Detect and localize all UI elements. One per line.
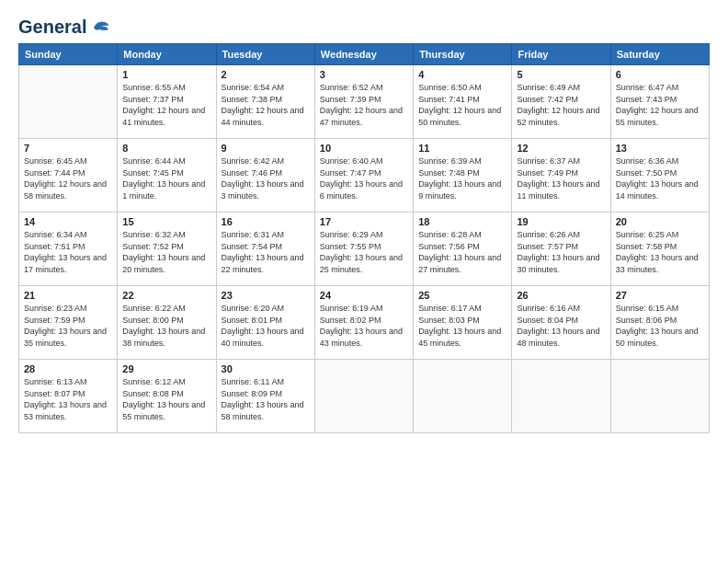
day-number: 15 <box>122 216 210 227</box>
day-info: Sunrise: 6:29 AMSunset: 7:55 PMDaylight:… <box>320 229 408 275</box>
calendar-cell: 19Sunrise: 6:26 AMSunset: 7:57 PMDayligh… <box>512 213 610 286</box>
day-number: 3 <box>320 69 408 80</box>
day-number: 30 <box>222 363 310 374</box>
calendar-cell: 1Sunrise: 6:55 AMSunset: 7:37 PMDaylight… <box>118 65 216 139</box>
day-number: 25 <box>418 290 506 301</box>
header: General <box>18 17 710 34</box>
calendar-week-row: 21Sunrise: 6:23 AMSunset: 7:59 PMDayligh… <box>19 286 710 360</box>
day-number: 23 <box>222 290 310 301</box>
calendar-cell: 3Sunrise: 6:52 AMSunset: 7:39 PMDaylight… <box>314 65 413 139</box>
day-info: Sunrise: 6:16 AMSunset: 8:04 PMDaylight:… <box>517 303 605 349</box>
day-number: 28 <box>24 363 112 374</box>
calendar-cell: 4Sunrise: 6:50 AMSunset: 7:41 PMDaylight… <box>414 65 512 139</box>
calendar-cell: 23Sunrise: 6:20 AMSunset: 8:01 PMDayligh… <box>216 286 314 360</box>
calendar-cell: 20Sunrise: 6:25 AMSunset: 7:58 PMDayligh… <box>610 213 709 286</box>
day-number: 18 <box>418 216 506 227</box>
logo: General <box>18 17 110 34</box>
day-info: Sunrise: 6:40 AMSunset: 7:47 PMDaylight:… <box>320 155 408 201</box>
col-header-saturday: Saturday <box>610 44 709 65</box>
calendar-cell: 14Sunrise: 6:34 AMSunset: 7:51 PMDayligh… <box>19 213 118 286</box>
day-info: Sunrise: 6:31 AMSunset: 7:54 PMDaylight:… <box>222 229 310 275</box>
calendar-cell: 21Sunrise: 6:23 AMSunset: 7:59 PMDayligh… <box>19 286 118 360</box>
day-number: 2 <box>222 69 310 80</box>
day-number: 6 <box>616 69 704 80</box>
day-info: Sunrise: 6:12 AMSunset: 8:08 PMDaylight:… <box>122 376 210 422</box>
col-header-sunday: Sunday <box>19 44 118 65</box>
day-number: 20 <box>616 216 704 227</box>
calendar-cell: 22Sunrise: 6:22 AMSunset: 8:00 PMDayligh… <box>118 286 216 360</box>
day-info: Sunrise: 6:17 AMSunset: 8:03 PMDaylight:… <box>418 303 506 349</box>
day-info: Sunrise: 6:15 AMSunset: 8:06 PMDaylight:… <box>616 303 704 349</box>
day-number: 24 <box>320 290 408 301</box>
day-info: Sunrise: 6:11 AMSunset: 8:09 PMDaylight:… <box>222 376 310 422</box>
day-number: 17 <box>320 216 408 227</box>
day-info: Sunrise: 6:28 AMSunset: 7:56 PMDaylight:… <box>418 229 506 275</box>
day-info: Sunrise: 6:34 AMSunset: 7:51 PMDaylight:… <box>24 229 112 275</box>
day-number: 16 <box>222 216 310 227</box>
col-header-tuesday: Tuesday <box>216 44 314 65</box>
day-info: Sunrise: 6:55 AMSunset: 7:37 PMDaylight:… <box>122 82 210 128</box>
page: General SundayMondayTuesdayWednesdayThur… <box>0 0 728 563</box>
day-info: Sunrise: 6:26 AMSunset: 7:57 PMDaylight:… <box>517 229 605 275</box>
calendar-cell <box>610 360 709 433</box>
calendar-cell: 24Sunrise: 6:19 AMSunset: 8:02 PMDayligh… <box>314 286 413 360</box>
day-info: Sunrise: 6:19 AMSunset: 8:02 PMDaylight:… <box>320 303 408 349</box>
day-number: 11 <box>418 143 506 154</box>
day-info: Sunrise: 6:20 AMSunset: 8:01 PMDaylight:… <box>222 303 310 349</box>
calendar-cell: 30Sunrise: 6:11 AMSunset: 8:09 PMDayligh… <box>216 360 314 433</box>
day-info: Sunrise: 6:39 AMSunset: 7:48 PMDaylight:… <box>418 155 506 201</box>
calendar-cell: 29Sunrise: 6:12 AMSunset: 8:08 PMDayligh… <box>118 360 216 433</box>
col-header-friday: Friday <box>512 44 610 65</box>
day-number: 13 <box>616 143 704 154</box>
day-number: 9 <box>222 143 310 154</box>
calendar-cell: 8Sunrise: 6:44 AMSunset: 7:45 PMDaylight… <box>118 139 216 213</box>
calendar-week-row: 1Sunrise: 6:55 AMSunset: 7:37 PMDaylight… <box>19 65 710 139</box>
day-info: Sunrise: 6:54 AMSunset: 7:38 PMDaylight:… <box>222 82 310 128</box>
day-info: Sunrise: 6:36 AMSunset: 7:50 PMDaylight:… <box>616 155 704 201</box>
calendar-cell: 11Sunrise: 6:39 AMSunset: 7:48 PMDayligh… <box>414 139 512 213</box>
calendar-cell: 18Sunrise: 6:28 AMSunset: 7:56 PMDayligh… <box>414 213 512 286</box>
day-info: Sunrise: 6:25 AMSunset: 7:58 PMDaylight:… <box>616 229 704 275</box>
calendar-table: SundayMondayTuesdayWednesdayThursdayFrid… <box>18 43 710 433</box>
col-header-thursday: Thursday <box>414 44 512 65</box>
day-number: 4 <box>418 69 506 80</box>
calendar-cell: 7Sunrise: 6:45 AMSunset: 7:44 PMDaylight… <box>19 139 118 213</box>
calendar-cell: 16Sunrise: 6:31 AMSunset: 7:54 PMDayligh… <box>216 213 314 286</box>
day-info: Sunrise: 6:50 AMSunset: 7:41 PMDaylight:… <box>418 82 506 128</box>
logo-bird-icon <box>90 18 110 37</box>
col-header-monday: Monday <box>118 44 216 65</box>
day-number: 26 <box>517 290 605 301</box>
calendar-cell <box>19 65 118 139</box>
calendar-cell: 9Sunrise: 6:42 AMSunset: 7:46 PMDaylight… <box>216 139 314 213</box>
day-info: Sunrise: 6:52 AMSunset: 7:39 PMDaylight:… <box>320 82 408 128</box>
calendar-cell: 6Sunrise: 6:47 AMSunset: 7:43 PMDaylight… <box>610 65 709 139</box>
calendar-cell: 2Sunrise: 6:54 AMSunset: 7:38 PMDaylight… <box>216 65 314 139</box>
calendar-week-row: 14Sunrise: 6:34 AMSunset: 7:51 PMDayligh… <box>19 213 710 286</box>
day-info: Sunrise: 6:32 AMSunset: 7:52 PMDaylight:… <box>122 229 210 275</box>
day-number: 19 <box>517 216 605 227</box>
day-number: 29 <box>122 363 210 374</box>
calendar-cell: 28Sunrise: 6:13 AMSunset: 8:07 PMDayligh… <box>19 360 118 433</box>
day-info: Sunrise: 6:49 AMSunset: 7:42 PMDaylight:… <box>517 82 605 128</box>
calendar-cell: 10Sunrise: 6:40 AMSunset: 7:47 PMDayligh… <box>314 139 413 213</box>
day-number: 7 <box>24 143 112 154</box>
day-number: 22 <box>122 290 210 301</box>
calendar-cell: 12Sunrise: 6:37 AMSunset: 7:49 PMDayligh… <box>512 139 610 213</box>
day-number: 27 <box>616 290 704 301</box>
day-info: Sunrise: 6:13 AMSunset: 8:07 PMDaylight:… <box>24 376 112 422</box>
calendar-cell <box>314 360 413 433</box>
calendar-cell: 15Sunrise: 6:32 AMSunset: 7:52 PMDayligh… <box>118 213 216 286</box>
calendar-cell: 5Sunrise: 6:49 AMSunset: 7:42 PMDaylight… <box>512 65 610 139</box>
day-info: Sunrise: 6:44 AMSunset: 7:45 PMDaylight:… <box>122 155 210 201</box>
day-number: 12 <box>517 143 605 154</box>
day-number: 8 <box>122 143 210 154</box>
day-info: Sunrise: 6:37 AMSunset: 7:49 PMDaylight:… <box>517 155 605 201</box>
col-header-wednesday: Wednesday <box>314 44 413 65</box>
day-info: Sunrise: 6:45 AMSunset: 7:44 PMDaylight:… <box>24 155 112 201</box>
calendar-week-row: 7Sunrise: 6:45 AMSunset: 7:44 PMDaylight… <box>19 139 710 213</box>
day-number: 5 <box>517 69 605 80</box>
calendar-cell: 27Sunrise: 6:15 AMSunset: 8:06 PMDayligh… <box>610 286 709 360</box>
day-number: 14 <box>24 216 112 227</box>
calendar-header-row: SundayMondayTuesdayWednesdayThursdayFrid… <box>19 44 710 65</box>
calendar-cell: 13Sunrise: 6:36 AMSunset: 7:50 PMDayligh… <box>610 139 709 213</box>
